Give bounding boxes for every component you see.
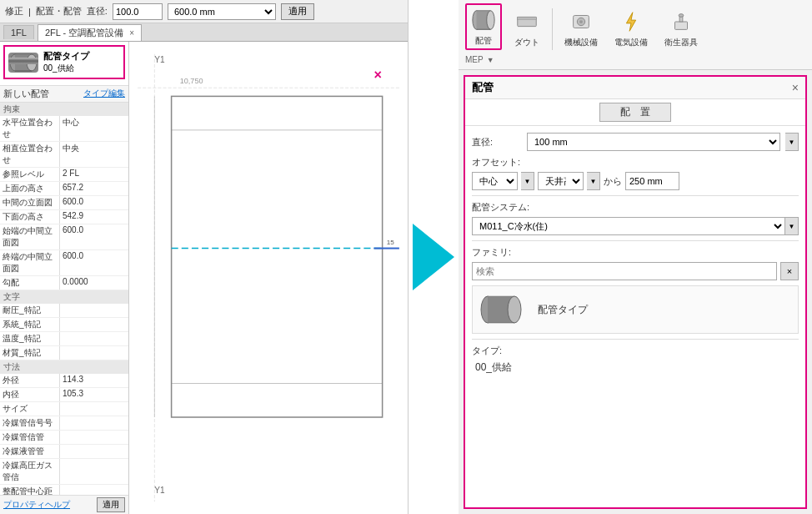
offset-center-select[interactable]: 中心 bbox=[472, 172, 518, 190]
arrow-right-icon bbox=[413, 224, 454, 290]
tab-2fl[interactable]: 2FL - 空調配管設備 × bbox=[38, 24, 142, 41]
ribbon-item-pipe[interactable]: 配管 bbox=[465, 3, 502, 50]
haikan-close-button[interactable]: × bbox=[792, 81, 799, 94]
svg-marker-28 bbox=[626, 13, 635, 32]
svg-rect-10 bbox=[172, 96, 383, 417]
family-search-button[interactable]: × bbox=[780, 262, 799, 280]
system-dropdown-arrow[interactable]: ▼ bbox=[785, 217, 799, 235]
prop-row: 冷媒管信管 bbox=[0, 431, 128, 445]
footer-apply-button[interactable]: 適用 bbox=[97, 497, 125, 512]
section-header-constraints[interactable]: 拘束 bbox=[0, 103, 128, 116]
modify-label: 修正 bbox=[5, 5, 23, 18]
pipe-icon-left bbox=[8, 53, 38, 73]
haikan-panel-header: 配管 × bbox=[465, 77, 805, 99]
family-search-input[interactable] bbox=[472, 262, 777, 280]
ribbon-item-electrical[interactable]: 電気設備 bbox=[609, 7, 653, 50]
svg-text:15: 15 bbox=[387, 239, 394, 246]
section-header-text[interactable]: 文字 bbox=[0, 290, 128, 304]
haikan-tab: 配 置 bbox=[465, 99, 805, 126]
offset-center-arrow[interactable]: ▼ bbox=[521, 172, 534, 190]
prop-type-info: 配管タイプ 00_供給 bbox=[43, 50, 89, 74]
prop-row: 上面の高さ657.2 bbox=[0, 182, 128, 196]
prop-row: 参照レベル2 FL bbox=[0, 168, 128, 182]
offset-value-input[interactable] bbox=[625, 172, 679, 190]
prop-row: 耐圧_特記 bbox=[0, 304, 128, 318]
offset-row: 中心 ▼ 天井高 ▼ から bbox=[472, 172, 799, 190]
diameter-field-row: 直径: 100 mm ▼ bbox=[472, 133, 799, 151]
place-label: 配置・配管 bbox=[36, 5, 82, 18]
prop-row: 中間の立面図600.0 bbox=[0, 196, 128, 210]
prop-row: 始端の中間立面図600.0 bbox=[0, 224, 128, 250]
prop-type-sub: 00_供給 bbox=[43, 63, 89, 74]
mechanical-ribbon-icon bbox=[568, 8, 594, 35]
content-area: 配管タイプ 00_供給 新しい配管 タイプ編集 拘束 水平位置合わせ中心 相直位… bbox=[0, 42, 408, 514]
prop-row: 内径105.3 bbox=[0, 388, 128, 402]
divider-1 bbox=[472, 195, 799, 196]
svg-point-31 bbox=[679, 14, 684, 18]
prop-row: 系統_特記 bbox=[0, 318, 128, 332]
electrical-ribbon-icon bbox=[618, 8, 644, 35]
svg-point-20 bbox=[487, 11, 494, 30]
prop-row: 下面の高さ542.9 bbox=[0, 210, 128, 224]
type-label: タイプ: bbox=[472, 345, 799, 357]
canvas-area: Y1 10,750 × Y1 bbox=[129, 42, 408, 514]
ribbon-item-sanitary[interactable]: 衛生器具 bbox=[659, 7, 703, 50]
divider-2 bbox=[472, 240, 799, 241]
prop-row: 整配管中心距離 bbox=[0, 485, 128, 495]
property-panel: 配管タイプ 00_供給 新しい配管 タイプ編集 拘束 水平位置合わせ中心 相直位… bbox=[0, 42, 129, 514]
ribbon-mech-label: 機械設備 bbox=[564, 37, 598, 48]
prop-type-main: 配管タイプ bbox=[43, 50, 89, 63]
family-section: ファミリ: × 配管タイプ bbox=[472, 246, 799, 334]
svg-text:×: × bbox=[374, 67, 382, 82]
right-panel: 配管 ダウト bbox=[459, 0, 812, 514]
toolbar: 修正 | 配置・配管 直径: 600.0 mm 適用 bbox=[0, 0, 408, 23]
haikan-title: 配管 bbox=[472, 80, 494, 95]
ribbon-pipe-label: 配管 bbox=[475, 35, 492, 47]
svg-point-2 bbox=[27, 54, 37, 71]
tab-close-icon[interactable]: × bbox=[129, 28, 134, 38]
svg-text:Y1: Y1 bbox=[154, 486, 165, 495]
pipe-ribbon-icon bbox=[470, 7, 497, 33]
pipe-preview-label: 配管タイプ bbox=[538, 303, 588, 317]
apply-button[interactable]: 適用 bbox=[281, 3, 314, 20]
new-pipe-row: 新しい配管 タイプ編集 bbox=[0, 85, 128, 103]
system-select[interactable]: M011_C冷水(住) bbox=[472, 217, 785, 235]
family-search-row: × bbox=[472, 262, 799, 280]
placement-tab-button[interactable]: 配 置 bbox=[599, 103, 671, 122]
svg-text:Y1: Y1 bbox=[154, 55, 165, 64]
offset-from-label: から bbox=[604, 175, 622, 188]
type-section: タイプ: 00_供給 bbox=[472, 345, 799, 376]
ribbon-dropdown-icon[interactable]: ▼ bbox=[487, 56, 494, 64]
system-select-row: M011_C冷水(住) ▼ bbox=[472, 217, 799, 235]
duct-ribbon-icon bbox=[514, 8, 540, 35]
prop-row: サイズ bbox=[0, 402, 128, 416]
divider-3 bbox=[472, 339, 799, 340]
offset-section: オフセット: 中心 ▼ 天井高 ▼ から bbox=[472, 156, 799, 190]
svg-rect-29 bbox=[675, 22, 688, 29]
svg-point-34 bbox=[508, 296, 521, 323]
ribbon-separator bbox=[552, 8, 553, 50]
prop-row: 相直位置合わせ中央 bbox=[0, 142, 128, 168]
ribbon-elec-label: 電気設備 bbox=[614, 37, 648, 48]
tab-1fl[interactable]: 1FL bbox=[3, 25, 34, 39]
ribbon-item-mechanical[interactable]: 機械設備 bbox=[559, 7, 603, 50]
middle-elevation-select[interactable]: 600.0 mm bbox=[168, 3, 276, 20]
property-help-link[interactable]: プロパティヘルプ bbox=[3, 499, 70, 511]
tabs-row: 1FL 2FL - 空調配管設備 × bbox=[0, 23, 408, 42]
section-header-dimensions[interactable]: 寸法 bbox=[0, 360, 128, 374]
diameter-field-select[interactable]: 100 mm bbox=[527, 133, 780, 151]
diameter-dropdown-arrow[interactable]: ▼ bbox=[785, 133, 799, 151]
offset-ceiling-arrow[interactable]: ▼ bbox=[587, 172, 600, 190]
type-value: 00_供給 bbox=[472, 359, 799, 376]
svg-text:10,750: 10,750 bbox=[180, 77, 203, 85]
sanitary-ribbon-icon bbox=[668, 8, 694, 35]
edit-type-btn[interactable]: タイプ編集 bbox=[83, 88, 125, 100]
prop-row: 冷媒管信号号 bbox=[0, 416, 128, 431]
diameter-input[interactable] bbox=[113, 3, 163, 20]
ribbon-item-duct[interactable]: ダウト bbox=[509, 7, 545, 50]
offset-ceiling-select[interactable]: 天井高 bbox=[538, 172, 584, 190]
haikan-body: 直径: 100 mm ▼ オフセット: 中心 ▼ 天井高 ▼ bbox=[465, 126, 805, 507]
ribbon-section-label: MEP ▼ bbox=[465, 53, 805, 66]
ribbon-area: 配管 ダウト bbox=[459, 0, 812, 70]
prop-row: 冷媒高圧ガス管信 bbox=[0, 459, 128, 485]
